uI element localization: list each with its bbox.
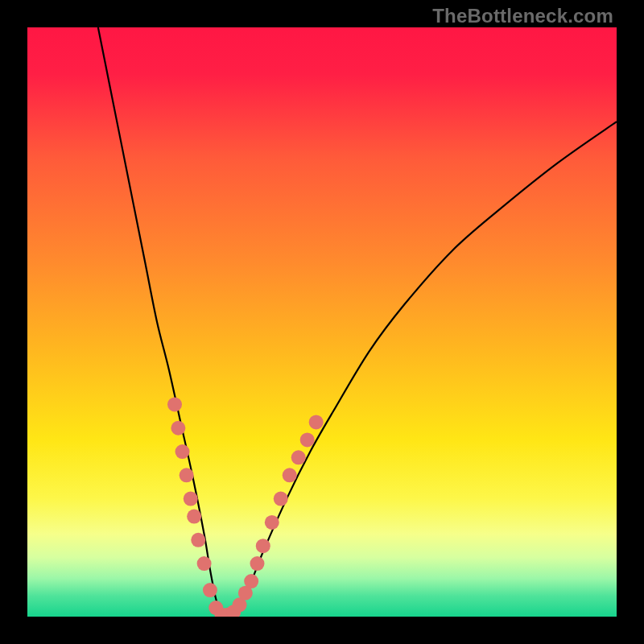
bottleneck-curve	[98, 27, 617, 617]
marker-dot	[175, 444, 190, 459]
marker-dot	[244, 574, 258, 588]
watermark-text: TheBottleneck.com	[432, 5, 613, 27]
marker-dot	[187, 510, 201, 524]
marker-dot	[197, 556, 212, 571]
marker-dot	[291, 450, 306, 464]
marker-dot	[265, 515, 279, 530]
marker-dot	[171, 421, 185, 436]
marker-dot	[250, 556, 264, 571]
marker-dot	[191, 533, 205, 547]
marker-dot	[300, 432, 315, 447]
marker-dot	[283, 468, 297, 482]
marker-dot	[274, 492, 288, 506]
chart-frame: TheBottleneck.com	[0, 0, 644, 644]
curve-layer	[27, 27, 617, 617]
marker-dot	[309, 415, 324, 429]
plot-area	[27, 27, 617, 617]
curve-markers	[167, 397, 324, 617]
marker-dot	[180, 468, 194, 482]
marker-dot	[256, 539, 270, 553]
marker-dot	[203, 583, 217, 597]
marker-dot	[167, 397, 182, 411]
marker-dot	[184, 492, 198, 506]
